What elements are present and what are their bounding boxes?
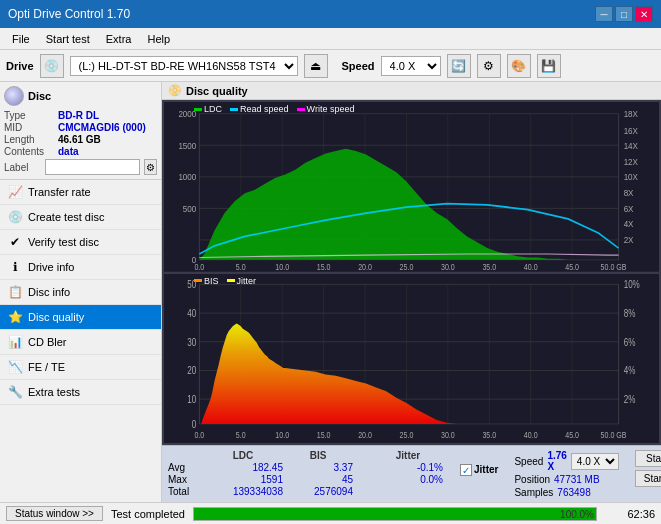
svg-text:0.0: 0.0 — [194, 263, 204, 272]
svg-text:18X: 18X — [624, 109, 639, 120]
svg-text:4%: 4% — [624, 365, 636, 376]
svg-text:10: 10 — [187, 394, 196, 405]
nav-extra-tests[interactable]: 🔧 Extra tests — [0, 380, 161, 405]
svg-text:10%: 10% — [624, 279, 640, 290]
eject-button[interactable]: ⏏ — [304, 54, 328, 78]
position-label: Position — [514, 474, 550, 485]
drive-icon: 💿 — [40, 54, 64, 78]
charts-area: LDC Read speed Write speed — [162, 100, 661, 445]
nav-transfer-rate[interactable]: 📈 Transfer rate — [0, 180, 161, 205]
svg-text:15.0: 15.0 — [317, 263, 331, 272]
svg-text:4X: 4X — [624, 219, 634, 230]
position-row: Position 47731 MB — [514, 474, 618, 485]
nav-drive-info[interactable]: ℹ Drive info — [0, 255, 161, 280]
svg-text:10.0: 10.0 — [275, 263, 289, 272]
menu-extra[interactable]: Extra — [100, 31, 138, 47]
contents-value: data — [58, 146, 79, 157]
toolbar: Drive 💿 (L:) HL-DT-ST BD-RE WH16NS58 TST… — [0, 50, 661, 82]
stats-col-empty — [168, 450, 203, 461]
max-label: Max — [168, 474, 203, 485]
nav-disc-info-label: Disc info — [28, 286, 70, 298]
speed-select[interactable]: 4.0 X — [381, 56, 441, 76]
svg-text:35.0: 35.0 — [482, 430, 496, 440]
extra-tests-icon: 🔧 — [8, 385, 22, 399]
content-area: 📀 Disc quality LDC Read speed — [162, 82, 661, 502]
nav-disc-quality[interactable]: ⭐ Disc quality — [0, 305, 161, 330]
mid-label: MID — [4, 122, 56, 133]
samples-label: Samples — [514, 487, 553, 498]
svg-text:2X: 2X — [624, 235, 634, 246]
label-input[interactable] — [45, 159, 140, 175]
nav-fe-te-label: FE / TE — [28, 361, 65, 373]
disc-quality-header: 📀 Disc quality — [162, 82, 661, 100]
jitter-checkbox[interactable]: ✓ — [460, 464, 472, 476]
chart1-legend: LDC Read speed Write speed — [194, 104, 354, 114]
nav-cd-bler[interactable]: 📊 CD Bler — [0, 330, 161, 355]
chart2-svg: 50 40 30 20 10 0 10% 8% 6% 4% 2% 0.0 5.0… — [164, 274, 659, 444]
jitter-dot — [227, 279, 235, 282]
menu-start-test[interactable]: Start test — [40, 31, 96, 47]
create-test-disc-icon: 💿 — [8, 210, 22, 224]
disc-info-icon: 📋 — [8, 285, 22, 299]
stats-header-ldc: LDC — [203, 450, 283, 461]
svg-text:6%: 6% — [624, 336, 636, 347]
total-label: Total — [168, 486, 203, 497]
start-buttons: Start full Start part — [635, 450, 661, 498]
svg-text:8%: 8% — [624, 308, 636, 319]
length-label: Length — [4, 134, 56, 145]
svg-text:0: 0 — [192, 418, 197, 429]
legend-write-speed-label: Write speed — [307, 104, 355, 114]
menu-file[interactable]: File — [6, 31, 36, 47]
app-title: Opti Drive Control 1.70 — [8, 7, 130, 21]
status-text: Test completed — [111, 508, 185, 520]
legend-read-speed: Read speed — [230, 104, 289, 114]
speed-info-select[interactable]: 4.0 X — [571, 453, 619, 470]
save-button[interactable]: 💾 — [537, 54, 561, 78]
legend-jitter: Jitter — [227, 276, 257, 286]
avg-label: Avg — [168, 462, 203, 473]
status-progress-fill — [194, 508, 596, 520]
menu-help[interactable]: Help — [141, 31, 176, 47]
window-controls: ─ □ ✕ — [595, 6, 653, 22]
nav-cd-bler-label: CD Bler — [28, 336, 67, 348]
start-full-button[interactable]: Start full — [635, 450, 661, 467]
legend-bis-label: BIS — [204, 276, 219, 286]
stats-header-jitter: Jitter — [373, 450, 443, 461]
nav-disc-info[interactable]: 📋 Disc info — [0, 280, 161, 305]
stats-header-empty2 — [353, 450, 373, 461]
svg-text:1000: 1000 — [178, 172, 196, 183]
nav-verify-test-disc[interactable]: ✔ Verify test disc — [0, 230, 161, 255]
svg-text:40.0: 40.0 — [524, 263, 538, 272]
samples-value: 763498 — [557, 487, 590, 498]
nav-drive-info-label: Drive info — [28, 261, 74, 273]
cd-bler-icon: 📊 — [8, 335, 22, 349]
disc-section: Disc Type BD-R DL MID CMCMAGDI6 (000) Le… — [0, 82, 161, 180]
svg-text:30.0: 30.0 — [441, 430, 455, 440]
type-value: BD-R DL — [58, 110, 99, 121]
svg-text:40: 40 — [187, 308, 196, 319]
theme-button[interactable]: 🎨 — [507, 54, 531, 78]
close-button[interactable]: ✕ — [635, 6, 653, 22]
nav-create-test-disc[interactable]: 💿 Create test disc — [0, 205, 161, 230]
disc-header: Disc — [4, 86, 157, 106]
maximize-button[interactable]: □ — [615, 6, 633, 22]
legend-ldc: LDC — [194, 104, 222, 114]
total-ldc: 139334038 — [203, 486, 283, 497]
start-part-button[interactable]: Start part — [635, 470, 661, 487]
label-button[interactable]: ⚙ — [144, 159, 157, 175]
disc-quality-icon: ⭐ — [8, 310, 22, 324]
nav-fe-te[interactable]: 📉 FE / TE — [0, 355, 161, 380]
nav-disc-quality-label: Disc quality — [28, 311, 84, 323]
drive-select[interactable]: (L:) HL-DT-ST BD-RE WH16NS58 TST4 — [70, 56, 298, 76]
chart2-legend: BIS Jitter — [194, 276, 256, 286]
minimize-button[interactable]: ─ — [595, 6, 613, 22]
refresh-button[interactable]: 🔄 — [447, 54, 471, 78]
svg-text:45.0: 45.0 — [565, 430, 579, 440]
max-jitter: 0.0% — [373, 474, 443, 485]
settings-button[interactable]: ⚙ — [477, 54, 501, 78]
verify-test-disc-icon: ✔ — [8, 235, 22, 249]
status-window-button[interactable]: Status window >> — [6, 506, 103, 521]
speed-info-value: 1.76 X — [547, 450, 566, 472]
avg-ldc: 182.45 — [203, 462, 283, 473]
max-ldc: 1591 — [203, 474, 283, 485]
